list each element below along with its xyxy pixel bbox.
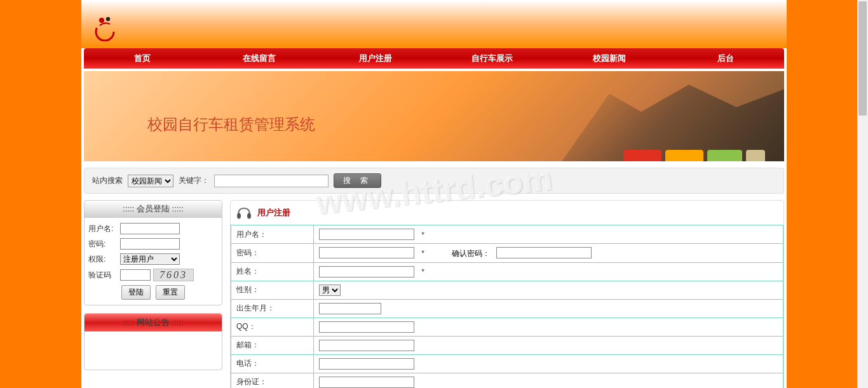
svg-point-3 (237, 213, 241, 219)
reset-button[interactable]: 重置 (156, 285, 185, 300)
register-panel: 用户注册 用户名： * 密码： (230, 200, 784, 388)
login-role-label: 权限: (88, 254, 120, 265)
login-role-select[interactable]: 注册用户 (120, 253, 180, 265)
table-row: 密码： * 确认密码： (231, 244, 783, 263)
nav-bar: 首页 在线留言 用户注册 自行车展示 校园新闻 后台 (84, 48, 784, 69)
banner: 校园自行车租赁管理系统 (84, 71, 784, 161)
reg-gender-label: 性别： (231, 281, 314, 299)
table-row: 电话： (231, 354, 783, 373)
search-label: 站内搜索 (92, 175, 123, 186)
search-category-select[interactable]: 校园新闻 (128, 175, 173, 187)
reg-phone-label: 电话： (231, 354, 314, 373)
reg-password-label: 密码： (231, 244, 314, 263)
nav-campus-news[interactable]: 校园新闻 (551, 48, 668, 69)
scrollbar-thumb[interactable] (858, 1, 867, 116)
reg-gender-select[interactable]: 男 (319, 284, 341, 296)
login-captcha-label: 验证码 (88, 270, 120, 281)
search-bar: 站内搜索 校园新闻 关键字： 搜 索 (84, 168, 784, 194)
logo-icon (91, 13, 119, 41)
login-username-input[interactable] (120, 223, 180, 234)
scrollbar-track[interactable] (857, 0, 868, 388)
banner-mountain-graphic (466, 71, 784, 161)
table-row: 出生年月： (231, 299, 783, 318)
reg-confirm-label: 确认密码： (452, 249, 490, 258)
headphones-icon (236, 204, 252, 221)
nav-home[interactable]: 首页 (84, 48, 201, 69)
banner-decor-blocks (623, 150, 765, 161)
reg-email-label: 邮箱： (231, 336, 314, 354)
table-row: 邮箱： (231, 336, 783, 354)
reg-email-input[interactable] (319, 340, 414, 351)
login-header: ::::: 会员登陆 ::::: (85, 201, 222, 218)
table-row: QQ： (231, 318, 783, 336)
reg-birth-label: 出生年月： (231, 299, 314, 318)
keyword-label: 关键字： (179, 175, 209, 186)
table-row: 身份证： (231, 373, 783, 388)
login-username-label: 用户名: (88, 224, 120, 234)
nav-admin[interactable]: 后台 (667, 48, 784, 69)
reg-realname-input[interactable] (319, 266, 414, 278)
banner-title: 校园自行车租赁管理系统 (147, 114, 315, 135)
reg-idcard-label: 身份证： (231, 373, 314, 388)
svg-point-4 (247, 213, 251, 219)
notice-body (85, 331, 222, 370)
notice-header: ::::: 网站公告 ::::: (85, 314, 222, 331)
reg-confirm-input[interactable] (496, 247, 592, 258)
login-password-label: 密码: (88, 239, 120, 250)
search-button[interactable]: 搜 索 (334, 173, 381, 188)
table-row: 用户名： * (231, 225, 783, 244)
search-input[interactable] (214, 175, 329, 187)
captcha-image[interactable]: 7603 (153, 269, 194, 281)
reg-birth-input[interactable] (319, 303, 381, 314)
svg-point-0 (96, 23, 114, 41)
login-password-input[interactable] (120, 238, 180, 250)
reg-username-input[interactable] (319, 229, 414, 240)
panel-title: 用户注册 (257, 207, 290, 218)
reg-realname-label: 姓名： (231, 262, 314, 281)
svg-point-2 (106, 17, 110, 21)
nav-bike-display[interactable]: 自行车展示 (434, 48, 551, 69)
svg-point-1 (99, 18, 104, 23)
required-star: * (421, 249, 424, 258)
login-captcha-input[interactable] (120, 269, 151, 281)
header-top (81, 0, 787, 48)
reg-qq-input[interactable] (319, 321, 414, 333)
login-button[interactable]: 登陆 (121, 285, 151, 300)
reg-password-input[interactable] (319, 247, 414, 258)
nav-register[interactable]: 用户注册 (317, 48, 434, 69)
required-star: * (421, 231, 424, 239)
reg-idcard-input[interactable] (319, 377, 414, 388)
table-row: 姓名： * (231, 262, 783, 281)
table-row: 性别： 男 (231, 281, 783, 299)
nav-message[interactable]: 在线留言 (201, 48, 318, 69)
reg-username-label: 用户名： (231, 225, 314, 244)
login-box: ::::: 会员登陆 ::::: 用户名: 密码: 权限: (84, 200, 222, 305)
required-star: * (421, 267, 424, 276)
reg-phone-input[interactable] (319, 358, 414, 370)
reg-qq-label: QQ： (231, 318, 314, 336)
register-form-table: 用户名： * 密码： * 确认密码： (231, 225, 783, 388)
notice-box: ::::: 网站公告 ::::: (84, 313, 222, 370)
